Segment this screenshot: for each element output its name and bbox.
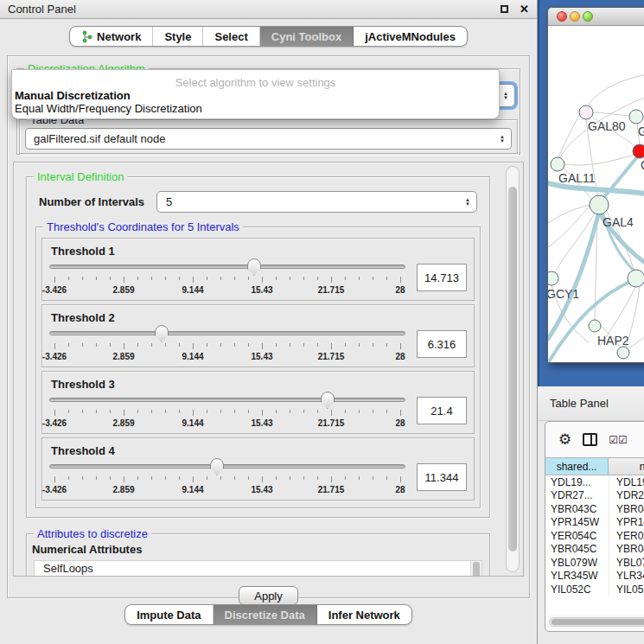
network-edge (564, 155, 634, 165)
threshold-3-row: -3.4262.8599.14415.4321.71528 21.4 (49, 392, 467, 430)
cell[interactable]: YIL052C (545, 583, 609, 596)
cell[interactable]: YPR145W (545, 516, 609, 530)
threshold-4-slider[interactable]: -3.4262.8599.14415.4321.71528 (49, 458, 405, 496)
tick-mark (386, 277, 387, 280)
network-node-label: C (641, 158, 644, 172)
table-row[interactable]: YDR27... YDR27 (545, 489, 644, 503)
network-node[interactable] (548, 271, 558, 285)
tick-mark (96, 410, 97, 413)
cell[interactable]: YBL079W (545, 556, 609, 570)
cell[interactable]: YLR345W (545, 570, 609, 583)
table-horizontal-scrollbar[interactable] (549, 617, 644, 627)
tab-style[interactable]: Style (153, 27, 203, 46)
tab-cyni-toolbox[interactable]: Cyni Toolbox (260, 27, 354, 46)
panel-scrollbar-thumb[interactable] (508, 187, 517, 551)
cell[interactable]: YDR27... (545, 489, 609, 503)
list-item[interactable]: TopologicalCoefficient (35, 576, 481, 577)
dropdown-option-manual-discretization[interactable]: Manual Discretization (12, 89, 499, 102)
window-minimize-button[interactable] (570, 11, 580, 22)
cell[interactable]: YER054C (545, 529, 609, 543)
cell[interactable]: YBR04 (609, 502, 644, 516)
column-header-shared[interactable]: shared... (545, 458, 609, 475)
network-node[interactable] (628, 270, 644, 287)
cell[interactable]: YER05 (609, 529, 644, 543)
tab-discretize-data[interactable]: Discretize Data (214, 605, 317, 624)
list-scrollbar-thumb[interactable] (473, 562, 480, 577)
tick-label: -3.426 (42, 285, 67, 295)
close-icon[interactable]: ✕ (520, 3, 529, 15)
network-node[interactable] (590, 195, 609, 214)
window-close-button[interactable] (557, 11, 567, 22)
table-row[interactable]: YER054C YER05 (545, 529, 644, 543)
network-graph: GAL80GCGAL11GAL4GCY1HHAP2 (548, 26, 644, 362)
attributes-group-title: Attributes to discretize (34, 527, 151, 540)
slider-thumb[interactable] (247, 258, 261, 276)
network-canvas[interactable]: GAL80GCGAL11GAL4GCY1HHAP2 (548, 26, 644, 362)
network-node[interactable] (579, 105, 593, 119)
threshold-3-value-field[interactable]: 21.4 (417, 397, 467, 424)
cell[interactable]: YBR045C (545, 543, 609, 557)
checkbox-icons[interactable]: ☑☑ (609, 434, 628, 446)
tab-select[interactable]: Select (203, 27, 259, 46)
dropdown-prompt-item[interactable]: Select algorithm to view settings (12, 76, 499, 89)
table-row[interactable]: YIL052C YIL05 (545, 583, 644, 596)
cell[interactable]: YBR04 (609, 543, 644, 557)
interval-definition-group: Interval Definition Number of Intervals … (26, 176, 490, 518)
number-of-intervals-select[interactable]: 5 ▲▼ (156, 191, 477, 213)
network-node[interactable] (589, 320, 601, 332)
tick-mark (262, 476, 263, 482)
tick-mark (248, 343, 249, 347)
tab-network[interactable]: Network (70, 27, 153, 46)
float-window-icon[interactable] (501, 5, 508, 13)
panel-scrollbar[interactable] (506, 166, 520, 572)
slider-thumb[interactable] (210, 458, 224, 475)
cell[interactable]: YDR27 (609, 489, 644, 503)
cell[interactable]: YDL19 (609, 475, 644, 489)
cell[interactable]: YIL05 (609, 583, 644, 596)
tick-mark (303, 343, 304, 347)
tick-mark (220, 277, 221, 280)
list-scrollbar[interactable] (470, 561, 481, 577)
cell[interactable]: YLR34 (609, 570, 644, 583)
table-browser-panel: ⚙ ☑☑ shared... na YDL19... YDL19 YDR27..… (545, 421, 644, 632)
numerical-attributes-list[interactable]: SelfLoops TopologicalCoefficient Between… (34, 560, 482, 577)
list-item[interactable]: SelfLoops (35, 561, 481, 576)
tick-label: 15.43 (251, 285, 272, 295)
slider-thumb[interactable] (321, 392, 335, 409)
network-view-window[interactable]: GAL80GCGAL11GAL4GCY1HHAP2 (547, 7, 644, 363)
table-row[interactable]: YBR045C YBR04 (545, 543, 644, 557)
table-row[interactable]: YBL079W YBL07 (545, 556, 644, 570)
columns-icon[interactable] (583, 433, 597, 446)
network-node[interactable] (617, 347, 629, 359)
network-node[interactable] (551, 157, 564, 171)
spinner-arrows-icon: ▲▼ (500, 135, 505, 143)
table-data-select[interactable]: galFiltered.sif default node ▲▼ (25, 128, 512, 150)
threshold-4-value-field[interactable]: 11.344 (417, 463, 467, 491)
table-row[interactable]: YLR345W YLR34 (545, 570, 644, 583)
threshold-2-value-field[interactable]: 6.316 (417, 330, 467, 358)
tab-infer-network[interactable]: Infer Network (317, 605, 411, 624)
table-horizontal-scrollbar-thumb[interactable] (552, 619, 644, 625)
column-header-name[interactable]: na (609, 458, 644, 475)
network-node[interactable] (629, 110, 643, 124)
tab-jactivemnodules[interactable]: jActiveMNodules (354, 27, 467, 46)
threshold-3-slider[interactable]: -3.4262.8599.14415.4321.71528 (49, 392, 405, 430)
dropdown-option-equal-width-frequency[interactable]: Equal Width/Frequency Discretization (12, 102, 499, 115)
cell[interactable]: YDL19... (545, 475, 609, 489)
table-row[interactable]: YDL19... YDL19 (545, 475, 644, 489)
window-zoom-button[interactable] (583, 11, 593, 22)
slider-thumb[interactable] (155, 325, 169, 342)
cell[interactable]: YPR14 (609, 516, 644, 530)
threshold-1-value-field[interactable]: 14.713 (417, 264, 467, 291)
threshold-1-slider[interactable]: -3.4262.8599.14415.4321.71528 (49, 258, 405, 296)
tab-impute-data[interactable]: Impute Data (125, 605, 213, 624)
table-row[interactable]: YPR145W YPR14 (545, 516, 644, 530)
cell[interactable]: YBL07 (609, 556, 644, 570)
gear-icon[interactable]: ⚙ (558, 432, 571, 447)
network-window-titlebar[interactable] (548, 8, 644, 26)
cell[interactable]: YBR043C (545, 502, 609, 516)
apply-button[interactable]: Apply (239, 586, 298, 605)
network-node[interactable] (633, 144, 644, 158)
threshold-2-slider[interactable]: -3.4262.8599.14415.4321.71528 (49, 325, 405, 363)
table-row[interactable]: YBR043C YBR04 (545, 502, 644, 516)
